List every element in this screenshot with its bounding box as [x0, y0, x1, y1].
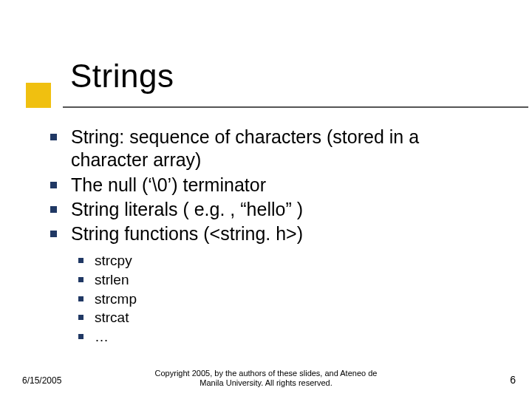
page-number: 6	[510, 374, 516, 386]
sub-bullet-list: strcpy strlen strcmp strcat …	[50, 251, 494, 346]
bullet-list: String: sequence of characters (stored i…	[50, 126, 494, 245]
bullet-item: String literals ( e.g. , “hello” )	[50, 198, 494, 221]
sub-bullet-item: strlen	[78, 270, 494, 290]
sub-bullet-item: strcpy	[78, 251, 494, 270]
title-underline	[63, 106, 528, 108]
bullet-item: String: sequence of characters (stored i…	[50, 126, 494, 172]
slide: Strings String: sequence of characters (…	[0, 0, 532, 399]
sub-bullet-item: strcmp	[78, 290, 494, 309]
sub-bullet-item: strcat	[78, 308, 494, 327]
sub-bullet-item: …	[78, 327, 494, 347]
footer-copyright-line1: Copyright 2005, by the authors of these …	[155, 369, 378, 378]
slide-body: String: sequence of characters (stored i…	[50, 126, 494, 346]
footer-copyright: Copyright 2005, by the authors of these …	[0, 369, 532, 389]
footer-copyright-line2: Manila University. All rights reserved.	[200, 378, 332, 387]
bullet-item: String functions (<string. h>)	[50, 222, 494, 245]
slide-title: Strings	[70, 58, 174, 95]
title-accent-square	[26, 83, 51, 108]
bullet-item: The null (‘\0’) terminator	[50, 174, 494, 197]
